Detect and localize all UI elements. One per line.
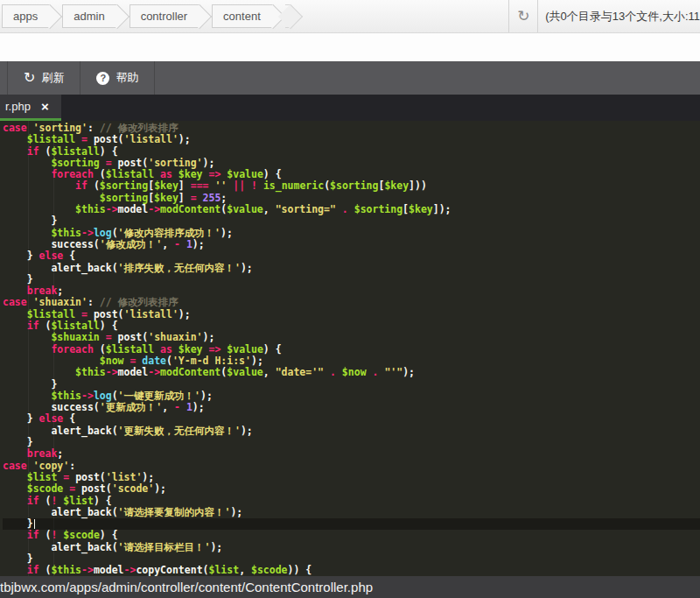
code-line[interactable]: success('更新成功！', - 1);: [3, 402, 700, 413]
close-icon[interactable]: ×: [41, 100, 49, 113]
breadcrumb-item-apps[interactable]: apps: [2, 4, 50, 28]
code-line[interactable]: }: [3, 553, 700, 565]
code-line[interactable]: $scode = post('scode');: [3, 483, 700, 495]
code-token: ->: [106, 366, 118, 378]
code-line[interactable]: if (! $scode) {: [3, 530, 700, 541]
code-line[interactable]: }: [3, 274, 700, 285]
breadcrumb-item-admin[interactable]: admin: [62, 4, 116, 28]
spacer: [0, 33, 700, 61]
code-token: $value: [227, 203, 263, 215]
code-token: .: [342, 203, 348, 215]
code-line[interactable]: foreach ($listall as $key => $value) {: [3, 344, 700, 355]
code-token: [75, 308, 81, 320]
code-token: [3, 447, 27, 460]
code-token: {: [63, 412, 75, 425]
code-line[interactable]: }: [3, 379, 700, 390]
code-token: $listall: [106, 168, 154, 180]
code-token: =: [81, 133, 88, 145]
code-token: success: [51, 401, 93, 413]
code-token: ,: [239, 564, 251, 576]
code-token: );: [192, 401, 205, 413]
code-line[interactable]: }: [3, 215, 700, 227]
code-line[interactable]: case 'copy':: [3, 461, 700, 472]
code-token: ->: [81, 564, 94, 576]
code-token: -: [174, 238, 180, 250]
code-token: else: [39, 250, 64, 262]
code-line[interactable]: $sorting = post('sorting');: [3, 158, 700, 169]
code-token: :: [69, 460, 75, 472]
code-line[interactable]: case 'shuaxin': // 修改列表排序: [3, 297, 700, 308]
code-token: );: [210, 541, 222, 553]
code-line[interactable]: alert_back('更新失败，无任何内容！');: [3, 426, 700, 437]
code-line[interactable]: foreach ($listall as $key => $value) {: [3, 169, 700, 180]
code-token: ->: [81, 227, 94, 239]
refresh-directory-button[interactable]: ↻: [508, 0, 538, 32]
code-line[interactable]: if (! $list) {: [3, 496, 700, 507]
code-line[interactable]: if ($this->model->copyContent($list, $sc…: [3, 565, 700, 576]
code-editor[interactable]: case 'sorting': // 修改列表排序 $listall = pos…: [0, 121, 700, 576]
code-line[interactable]: $listall = post('listall');: [3, 309, 700, 320]
code-token: as: [160, 168, 172, 180]
code-line[interactable]: } else {: [3, 413, 700, 425]
breadcrumb-item-controller[interactable]: controller: [130, 4, 200, 28]
code-token: $key: [154, 192, 178, 204]
code-token: 'listall': [124, 308, 178, 320]
code-token: (: [166, 355, 172, 367]
code-line[interactable]: $this->log('修改内容排序成功！');: [3, 228, 700, 239]
code-line[interactable]: if ($sorting[$key] === '' || ! is_numeri…: [3, 180, 700, 192]
code-line[interactable]: alert_back('请选择目标栏目！');: [3, 542, 700, 553]
code-line[interactable]: $now = date('Y-m-d H:i:s');: [3, 355, 700, 367]
text-cursor: [34, 519, 35, 529]
code-token: [3, 203, 75, 215]
code-line[interactable]: break;: [3, 285, 700, 297]
help-button[interactable]: ? 帮助: [80, 61, 155, 95]
code-line[interactable]: $listall = post('listall');: [3, 134, 700, 145]
code-token: $list: [209, 564, 240, 576]
code-line[interactable]: $list = post('list');: [3, 472, 700, 483]
code-line[interactable]: $this->model->modContent($value, "date='…: [3, 367, 700, 378]
code-token: (: [39, 564, 52, 576]
code-token: }: [3, 378, 57, 390]
code-token: "date='": [276, 366, 324, 378]
code-line[interactable]: $this->log('一键更新成功！');: [3, 390, 700, 402]
tab-contentcontroller-php[interactable]: r.php ×: [0, 95, 61, 121]
code-line[interactable]: alert_back('请选择要复制的内容！');: [3, 507, 700, 518]
code-token: case: [3, 122, 33, 134]
refresh-button[interactable]: ↻ 刷新: [7, 61, 80, 95]
code-token: $scode: [251, 564, 288, 576]
code-token: :: [88, 296, 100, 308]
code-token: );: [251, 355, 263, 367]
code-token: ) {: [100, 320, 118, 332]
code-line[interactable]: if ($listall) {: [3, 320, 700, 332]
code-token: =: [106, 331, 112, 343]
code-line[interactable]: } else {: [3, 250, 700, 262]
code-line[interactable]: $this->model->modContent($value, "sortin…: [3, 204, 700, 215]
code-token: '一键更新成功！': [118, 390, 200, 402]
code-token: (: [94, 168, 106, 180]
code-line[interactable]: if ($listall) {: [3, 146, 700, 158]
code-token: ->: [106, 203, 118, 215]
code-token: ])): [409, 179, 427, 192]
code-token: =>: [208, 168, 220, 180]
code-token: );: [200, 390, 213, 402]
code-token: '请选择目标栏目！': [118, 541, 211, 553]
code-token: if: [75, 179, 88, 192]
code-token: );: [203, 157, 215, 169]
code-token: $sorting: [354, 203, 402, 215]
code-line[interactable]: success('修改成功！', - 1);: [3, 239, 700, 250]
code-line[interactable]: case 'sorting': // 修改列表排序: [3, 123, 700, 134]
code-token: ;: [57, 447, 63, 460]
code-token: -: [174, 401, 180, 413]
breadcrumb-item-content[interactable]: content: [212, 4, 273, 28]
refresh-icon: ↻: [517, 7, 529, 25]
breadcrumb-stub: [285, 4, 290, 28]
code-line[interactable]: $sorting[$key] = 255;: [3, 193, 700, 204]
code-line[interactable]: $shuaxin = post('shuaxin');: [3, 332, 700, 343]
code-line[interactable]: break;: [3, 448, 700, 460]
code-line[interactable]: }: [3, 518, 700, 530]
code-token: (: [39, 145, 52, 158]
code-token: $sorting: [100, 179, 148, 192]
code-token: ) {: [100, 145, 118, 158]
code-line[interactable]: }: [3, 437, 700, 448]
code-line[interactable]: alert_back('排序失败，无任何内容！');: [3, 263, 700, 274]
